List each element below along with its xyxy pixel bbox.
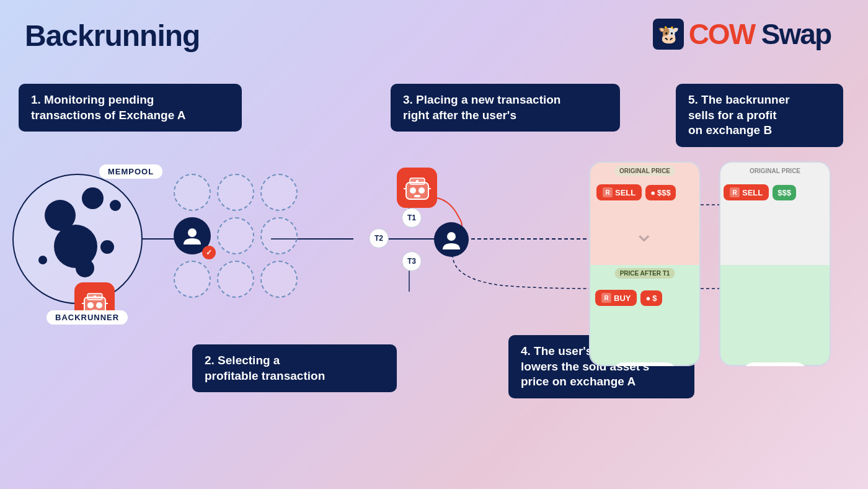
price-after-t1-label: PRICE AFTER T1: [615, 268, 675, 279]
svg-text:🐮: 🐮: [657, 24, 679, 45]
svg-rect-25: [414, 195, 420, 197]
mempool-dot-6: [38, 256, 47, 264]
exchange-a-top: ORIGINAL PRICE R SELL ●$$$ ⌄: [590, 163, 699, 265]
exchange-a-label: EXCHANGE A: [613, 362, 677, 366]
mempool-dot-7: [76, 259, 94, 277]
exchange-a-bottom: PRICE AFTER T1 R BUY ●$: [590, 265, 699, 366]
sell-action-row: R SELL ●$$$: [596, 184, 676, 200]
exchange-b-top: ORIGINAL PRICE R SELL $$$: [720, 163, 830, 265]
right-user-icon: [434, 222, 469, 257]
buy-action-row: R BUY ●$: [595, 290, 662, 306]
svg-text:R: R: [732, 189, 737, 196]
t2-label: T2: [369, 228, 389, 248]
mempool-label: MEMPOOL: [99, 164, 162, 179]
pending-circle-selected: ✓: [174, 217, 211, 254]
dollar-single: $: [652, 294, 657, 303]
pending-circle-1: [174, 174, 211, 211]
svg-text:R: R: [604, 295, 609, 302]
exchange-b-original-price: ORIGINAL PRICE: [750, 168, 800, 174]
buy-label: BUY: [614, 294, 631, 303]
exchange-b-price-tag: $$$: [773, 185, 796, 200]
svg-point-31: [447, 232, 456, 241]
step3-box: 3. Placing a new transaction right after…: [391, 84, 620, 132]
sell-label: SELL: [615, 188, 636, 197]
exchange-b-bottom: [720, 265, 830, 366]
down-arrow: ⌄: [634, 218, 655, 247]
t1-label: T1: [402, 208, 422, 228]
mempool-dot-5: [110, 200, 121, 211]
pending-circle-8: [217, 261, 254, 298]
exchange-b-panel: ORIGINAL PRICE R SELL $$$: [719, 161, 831, 366]
step3-label: 3. Placing a new transaction right after…: [403, 93, 560, 122]
exchange-b-sell-row: R SELL $$$: [724, 184, 796, 200]
svg-point-17: [94, 295, 96, 298]
user-right-area: [434, 222, 469, 257]
svg-point-20: [188, 228, 197, 237]
sell-price-tag: ●$$$: [645, 185, 676, 200]
t3-label: T3: [402, 251, 422, 271]
backrunner-robot-top: [397, 168, 437, 208]
pending-circle-9: [260, 261, 298, 298]
buy-button: R BUY: [595, 290, 637, 306]
exchange-a-panel: ORIGINAL PRICE R SELL ●$$$ ⌄: [589, 161, 701, 366]
original-price-label: ORIGINAL PRICE: [614, 166, 675, 176]
pending-circle-6: [260, 217, 298, 254]
step5-label: 5. The backrunner sells for a profit on …: [688, 93, 790, 137]
svg-point-24: [418, 187, 425, 194]
diagram-area: MEMPOOL BACKRUNNE: [0, 155, 868, 428]
step5-box: 5. The backrunner sells for a profit on …: [676, 84, 843, 147]
svg-point-13: [96, 302, 102, 308]
pending-circle-3: [260, 174, 298, 211]
svg-point-28: [416, 180, 418, 182]
cow-logo-icon: 🐮: [653, 19, 684, 50]
svg-point-12: [87, 302, 94, 308]
sell-button: R SELL: [596, 184, 642, 200]
buy-price-tag: ●$: [640, 290, 662, 306]
mempool-dot-4: [100, 240, 114, 254]
pending-transactions-grid: ✓: [174, 174, 298, 298]
exchange-b-dollar: $$$: [777, 188, 791, 197]
cowswap-logo: 🐮 COW Swap: [653, 17, 831, 51]
exchange-b-sell-button: R SELL: [724, 184, 769, 200]
svg-text:R: R: [605, 189, 610, 196]
pending-circle-7: [174, 261, 211, 298]
svg-point-23: [410, 187, 416, 194]
mempool-area: MEMPOOL: [12, 174, 143, 304]
dollar-sign: $$$: [657, 188, 671, 197]
page-title: Backrunning: [25, 19, 200, 53]
pending-circle-5: [217, 217, 254, 254]
backrunner-label: BACKRUNNER: [46, 310, 128, 325]
pending-circle-2: [217, 174, 254, 211]
exchange-b-sell-label: SELL: [742, 188, 763, 197]
exchange-b-label: EXCHANGE B: [743, 362, 807, 366]
step1-label: 1. Monitoring pending transactions of Ex…: [31, 93, 186, 122]
mempool-dot-2: [82, 187, 104, 209]
logo-text: COW Swap: [689, 17, 831, 51]
step1-box: 1. Monitoring pending transactions of Ex…: [19, 84, 242, 132]
check-badge: ✓: [202, 246, 216, 259]
